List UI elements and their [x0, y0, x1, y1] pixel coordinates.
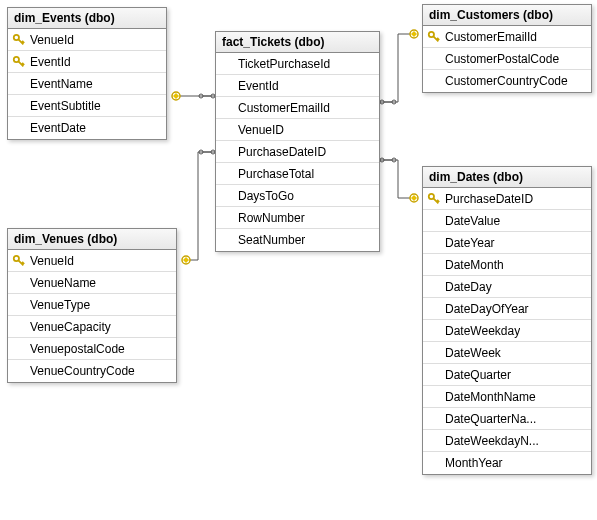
column[interactable]: DateDay: [423, 276, 591, 298]
column[interactable]: DateWeekday: [423, 320, 591, 342]
column-name: DateMonthName: [443, 390, 536, 404]
column[interactable]: CustomerCountryCode: [423, 70, 591, 92]
column-name: PurchaseDateID: [236, 145, 326, 159]
table-title: dim_Venues (dbo): [8, 229, 176, 250]
table-dim-dates[interactable]: dim_Dates (dbo) PurchaseDateID DateValue…: [422, 166, 592, 475]
column[interactable]: EventDate: [8, 117, 166, 139]
table-title: dim_Customers (dbo): [423, 5, 591, 26]
column[interactable]: MonthYear: [423, 452, 591, 474]
empty-icon: [425, 344, 443, 362]
column-name: VenueName: [28, 276, 96, 290]
column[interactable]: PurchaseDateID: [423, 188, 591, 210]
column-name: DateValue: [443, 214, 500, 228]
table-dim-customers[interactable]: dim_Customers (dbo) CustomerEmailId Cust…: [422, 4, 592, 93]
column[interactable]: PurchaseTotal: [216, 163, 379, 185]
column[interactable]: VenueId: [8, 250, 176, 272]
column-name: EventSubtitle: [28, 99, 101, 113]
column[interactable]: CustomerEmailId: [423, 26, 591, 48]
empty-icon: [425, 300, 443, 318]
column-name: DateQuarter: [443, 368, 511, 382]
empty-icon: [218, 231, 236, 249]
table-fact-tickets[interactable]: fact_Tickets (dbo) TicketPurchaseId Even…: [215, 31, 380, 252]
key-icon: [425, 190, 443, 208]
column[interactable]: EventId: [8, 51, 166, 73]
table-dim-events[interactable]: dim_Events (dbo) VenueId EventId EventNa…: [7, 7, 167, 140]
column[interactable]: DateQuarterNa...: [423, 408, 591, 430]
empty-icon: [425, 454, 443, 472]
column[interactable]: EventName: [8, 73, 166, 95]
empty-icon: [218, 55, 236, 73]
column-name: VenuepostalCode: [28, 342, 125, 356]
column-list: VenueId VenueName VenueType VenueCapacit…: [8, 250, 176, 382]
column-name: EventName: [28, 77, 93, 91]
empty-icon: [218, 99, 236, 117]
key-icon: [10, 31, 28, 49]
column-name: VenueType: [28, 298, 90, 312]
column-list: VenueId EventId EventName EventSubtitle …: [8, 29, 166, 139]
empty-icon: [10, 296, 28, 314]
column-name: EventId: [28, 55, 71, 69]
empty-icon: [425, 388, 443, 406]
column[interactable]: VenueType: [8, 294, 176, 316]
empty-icon: [425, 366, 443, 384]
table-dim-venues[interactable]: dim_Venues (dbo) VenueId VenueName Venue…: [7, 228, 177, 383]
empty-icon: [10, 75, 28, 93]
rel-tickets-dates: [380, 158, 418, 202]
column-name: VenueCapacity: [28, 320, 111, 334]
column-name: PurchaseTotal: [236, 167, 314, 181]
column-name: DateWeekdayN...: [443, 434, 539, 448]
column[interactable]: EventId: [216, 75, 379, 97]
empty-icon: [425, 234, 443, 252]
empty-icon: [218, 187, 236, 205]
key-icon: [10, 252, 28, 270]
empty-icon: [218, 165, 236, 183]
column[interactable]: DateQuarter: [423, 364, 591, 386]
key-icon: [425, 28, 443, 46]
column[interactable]: VenueID: [216, 119, 379, 141]
empty-icon: [218, 143, 236, 161]
column-name: EventDate: [28, 121, 86, 135]
column[interactable]: DateWeekdayN...: [423, 430, 591, 452]
empty-icon: [10, 340, 28, 358]
column-list: TicketPurchaseId EventId CustomerEmailId…: [216, 53, 379, 251]
empty-icon: [218, 209, 236, 227]
column[interactable]: VenuepostalCode: [8, 338, 176, 360]
rel-tickets-customers: [380, 30, 418, 104]
empty-icon: [425, 322, 443, 340]
column-name: DateQuarterNa...: [443, 412, 536, 426]
column-name: CustomerEmailId: [443, 30, 537, 44]
column[interactable]: CustomerPostalCode: [423, 48, 591, 70]
column[interactable]: DateWeek: [423, 342, 591, 364]
column[interactable]: DateMonthName: [423, 386, 591, 408]
column-name: CustomerPostalCode: [443, 52, 559, 66]
column[interactable]: VenueId: [8, 29, 166, 51]
column[interactable]: RowNumber: [216, 207, 379, 229]
empty-icon: [10, 274, 28, 292]
column-name: VenueId: [28, 33, 74, 47]
column[interactable]: EventSubtitle: [8, 95, 166, 117]
column-name: DaysToGo: [236, 189, 294, 203]
column[interactable]: TicketPurchaseId: [216, 53, 379, 75]
column[interactable]: DateValue: [423, 210, 591, 232]
column[interactable]: DateYear: [423, 232, 591, 254]
diagram-canvas: dim_Events (dbo) VenueId EventId EventNa…: [0, 0, 597, 520]
column[interactable]: DateMonth: [423, 254, 591, 276]
empty-icon: [425, 50, 443, 68]
table-title: dim_Dates (dbo): [423, 167, 591, 188]
column-name: EventId: [236, 79, 279, 93]
table-title: dim_Events (dbo): [8, 8, 166, 29]
column-name: DateMonth: [443, 258, 504, 272]
empty-icon: [10, 119, 28, 137]
column[interactable]: DateDayOfYear: [423, 298, 591, 320]
column-name: CustomerEmailId: [236, 101, 330, 115]
column[interactable]: VenueCapacity: [8, 316, 176, 338]
column[interactable]: VenueCountryCode: [8, 360, 176, 382]
column[interactable]: SeatNumber: [216, 229, 379, 251]
column-list: CustomerEmailId CustomerPostalCode Custo…: [423, 26, 591, 92]
key-icon: [10, 53, 28, 71]
column[interactable]: CustomerEmailId: [216, 97, 379, 119]
column-name: DateYear: [443, 236, 495, 250]
column[interactable]: PurchaseDateID: [216, 141, 379, 163]
column[interactable]: DaysToGo: [216, 185, 379, 207]
column[interactable]: VenueName: [8, 272, 176, 294]
